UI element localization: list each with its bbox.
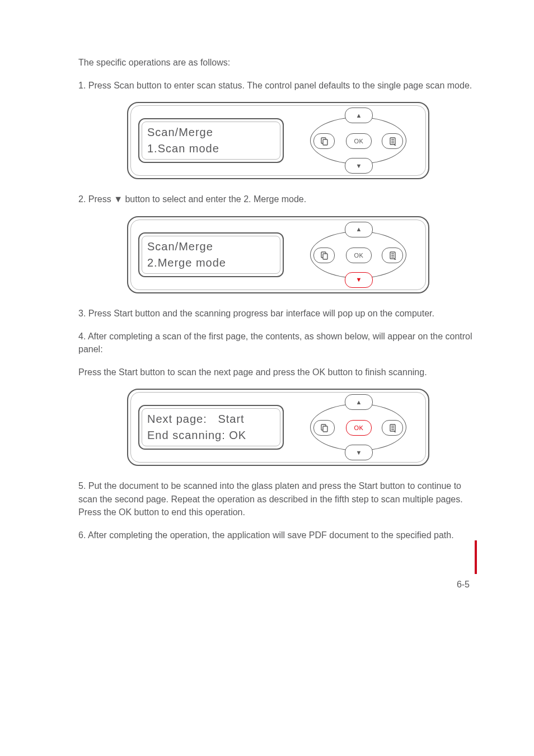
ok-label: OK [354,138,364,144]
step-3-text: 3. Press Start button and the scanning p… [78,307,478,320]
step-1-text: 1. Press Scan button to enter scan statu… [78,79,478,92]
up-button[interactable]: ▲ [345,394,373,410]
svg-rect-7 [323,254,327,259]
panel-2: Scan/Merge 2.Merge mode ▲ ▼ OK [78,216,478,293]
lcd-line-1: Scan/Merge [147,240,275,253]
step-5-text: 5. Put the document to be scanned into t… [78,479,478,519]
step-6-text: 6. After completing the operation, the a… [78,529,478,542]
ok-button[interactable]: OK [346,420,372,436]
page-number: 6-5 [457,580,470,590]
document-icon [388,137,397,146]
down-button[interactable]: ▼ [345,158,373,174]
ok-label: OK [354,252,364,259]
svg-rect-13 [323,426,327,432]
document-icon [388,251,397,260]
lcd-line-1: Scan/Merge [147,126,275,139]
step-2-text-a: 2. Press [78,194,114,204]
ok-button[interactable]: OK [346,248,372,263]
up-arrow-icon: ▲ [356,399,362,405]
ok-button[interactable]: OK [346,133,372,149]
lcd-line-2: 2.Merge mode [147,256,275,269]
step-4-text: 4. After completing a scan of the first … [78,330,478,356]
lcd-screen: Scan/Merge 2.Merge mode [138,232,284,277]
lcd-screen: Next page: Start End scanning: OK [138,405,284,450]
lcd-screen: Scan/Merge 1.Scan mode [138,118,284,163]
page-accent-bar [475,540,477,574]
copy-icon [320,137,329,146]
right-button[interactable] [382,248,403,263]
step-2-text: 2. Press ▼ button to select and enter th… [78,193,478,206]
svg-rect-1 [323,139,327,145]
press-start-text: Press the Start button to scan the next … [78,366,478,379]
panel-1: Scan/Merge 1.Scan mode ▲ ▼ OK [78,102,478,179]
left-button[interactable] [313,133,335,149]
up-button[interactable]: ▲ [345,108,373,123]
document-icon [388,423,397,432]
dpad: ▲ ▼ OK [311,396,406,458]
ok-label: OK [354,424,364,431]
copy-icon [320,423,329,432]
dpad: ▲ ▼ OK [311,110,406,171]
lcd-line-2: End scanning: OK [147,429,275,442]
down-arrow-icon: ▼ [356,450,362,456]
down-button[interactable]: ▼ [345,272,373,288]
left-button[interactable] [313,248,335,263]
intro-text: The specific operations are as follows: [78,56,478,69]
step-2-text-b: button to select and enter the 2. Merge … [123,194,306,204]
dpad: ▲ ▼ OK [311,224,406,286]
copy-icon [320,251,329,260]
down-arrow-icon: ▼ [356,277,362,283]
left-button[interactable] [313,420,335,436]
right-button[interactable] [382,420,403,436]
up-arrow-icon: ▲ [356,113,362,119]
up-button[interactable]: ▲ [345,222,373,237]
lcd-line-1: Next page: Start [147,413,275,426]
up-arrow-icon: ▲ [356,226,362,232]
lcd-line-2: 1.Scan mode [147,142,275,155]
down-button[interactable]: ▼ [345,445,373,460]
down-arrow-icon: ▼ [356,163,362,169]
panel-3: Next page: Start End scanning: OK ▲ ▼ OK [78,389,478,466]
right-button[interactable] [382,133,403,149]
down-arrow-icon: ▼ [114,194,123,204]
